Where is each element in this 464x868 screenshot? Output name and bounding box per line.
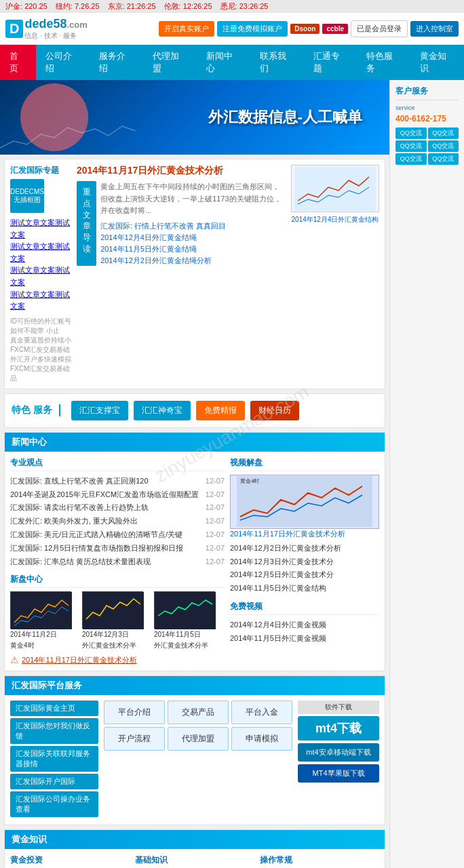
platform-grid-5[interactable]: 申请模拟 (231, 727, 292, 751)
mt4-apple-btn[interactable]: MT4苹果版下载 (298, 764, 379, 783)
nav-gold[interactable]: 黄金知识 (410, 45, 464, 80)
chart-label-0: 2014年11月2日 (10, 630, 78, 639)
nav-company[interactable]: 公司介绍 (36, 45, 90, 80)
featured-link-3[interactable]: 测试文章文案测试文案 (10, 290, 70, 311)
platform-link-4[interactable]: 汇发国际公司操办业务查看 (10, 791, 98, 817)
service-btn-free-report[interactable]: 免费精报 (196, 401, 245, 420)
qq-btn-5[interactable]: QQ交流 (428, 153, 459, 165)
platform-link-1[interactable]: 汇发国际您对我们做反馈 (10, 718, 98, 744)
daily-item-1: 2014年12月4日外汇黄金结绳 (100, 233, 286, 243)
platform-grid: 平台介绍 交易产品 平台入金 开户流程 代理加盟 申请模拟 (104, 701, 292, 751)
service-btn-calendar[interactable]: 财经日历 (250, 401, 299, 420)
platform-inner: 汇发国际黄金主页 汇发国际您对我们做反馈 汇发国际关联联邦服务器接情 汇发国际开… (5, 695, 385, 825)
platform-link-2[interactable]: 汇发国际关联联邦服务器接情 (10, 746, 98, 772)
logo: D dede58.com 信息 · 技术 · 服务 (5, 17, 88, 41)
open-account-button[interactable]: 开启真实账户 (159, 21, 214, 37)
platform-grid-2[interactable]: 平台入金 (231, 701, 292, 724)
qq-btn-1[interactable]: QQ交流 (428, 127, 459, 139)
daily-item-3: 2014年12月2日外汇黄金结绳分析 (100, 256, 286, 266)
chart-title-0: 黄金4时 (10, 641, 78, 650)
free-item-1: 2014年11月5日外汇黄金视频 (230, 632, 379, 646)
nav-home[interactable]: 首页 (0, 45, 36, 80)
qq-btn-4[interactable]: QQ交流 (395, 153, 427, 165)
svg-rect-1 (11, 592, 72, 629)
nav-contact[interactable]: 联系我们 (250, 45, 304, 80)
chart-label-1: 2014年12月3日 (82, 630, 150, 639)
featured-chart (291, 165, 379, 212)
chart-center-section: 新盘中心 2014年11月2日 黄金4时 (10, 574, 225, 665)
nav-services[interactable]: 服务介绍 (90, 45, 143, 80)
brand-dsoon: Dsoon (290, 24, 320, 34)
platform-header: 汇发国际平台服务 (5, 676, 385, 695)
chart-thumb-2 (154, 591, 215, 629)
ticker-bar: 沪金: 220.25 纽约: 7.26.25 东京: 21:26:25 伦敦: … (0, 0, 464, 13)
qq-btn-2[interactable]: QQ交流 (395, 140, 427, 152)
news-item-0: 汇发国际: 直线上行笔不改善 真正回测12012-07 (10, 475, 225, 488)
featured-news-list: 汇发国际: 行情上行笔不改善 真真回目 2014年12月4日外汇黄金结绳 201… (100, 221, 286, 266)
gold-investment-title: 黄金投资 (10, 854, 130, 868)
platform-link-0[interactable]: 汇发国际黄金主页 (10, 701, 98, 716)
featured-desc: 黄金上周五在下午中间段持续的小时图的三角形区间，但收盘上演惊天大逆转，一举上破1… (100, 181, 286, 217)
services-bar: 特色 服务 汇汇支撑宝 汇汇神奇宝 免费精报 财经日历 (4, 393, 385, 428)
header: D dede58.com 信息 · 技术 · 服务 开启真实账户 注册免费模拟账… (0, 13, 464, 45)
platform-section: 汇发国际平台服务 汇发国际黄金主页 汇发国际您对我们做反馈 汇发国际关联联邦服务… (4, 675, 385, 825)
service-btn-exchange-point[interactable]: 汇汇支撑宝 (71, 401, 128, 420)
logo-text: dede58.com (24, 17, 87, 31)
ticker-tokyo: 东京: 21:26:25 (108, 1, 156, 12)
gold-header: 黄金知识 (5, 830, 385, 849)
platform-links: 汇发国际黄金主页 汇发国际您对我们做反馈 汇发国际关联联邦服务器接情 汇发国际开… (10, 701, 98, 819)
platform-link-3[interactable]: 汇发国际开户国际 (10, 774, 98, 789)
qq-btn-3[interactable]: QQ交流 (428, 140, 459, 152)
qq-btn-0[interactable]: QQ交流 (395, 127, 427, 139)
brand-ccble: ccble (322, 24, 348, 34)
chart-item-0: 2014年11月2日 黄金4时 (10, 591, 78, 650)
video-item-4: 2014年11月5日外汇黄金结构 (230, 582, 379, 595)
featured-link-2[interactable]: 测试文章文案测试文案 (10, 266, 70, 286)
alert-text[interactable]: 2014年11月17日外汇黄金技术分析 (22, 655, 137, 665)
service-phone: 400-6162-175 (395, 114, 459, 123)
video-title: 视频解盘 (230, 457, 379, 471)
demo-account-button[interactable]: 注册免费模拟账户 (217, 21, 288, 37)
news-item-2: 汇发国际: 请卖出行笔不改善上行趋势上轨12-07 (10, 501, 225, 515)
chart-thumb-1 (82, 591, 143, 629)
service-title: 客户服务 (395, 85, 459, 100)
news-item-1: 2014年圣诞及2015年元旦FXCM汇发盈市场临近假期配置12-07 (10, 488, 225, 502)
video-item-1: 2014年12月2日外汇黄金技术分析 (230, 542, 379, 555)
platform-grid-0[interactable]: 平台介绍 (104, 701, 165, 724)
mt4-download-btn[interactable]: mt4下载 (298, 716, 379, 741)
account-button[interactable]: 进入控制室 (410, 21, 459, 37)
main-banner: 外汇数据信息-人工喊单 (0, 80, 389, 155)
featured-section-title: 汇发国际专题 (10, 165, 71, 176)
platform-grid-4[interactable]: 代理加盟 (168, 727, 229, 751)
nav-agent[interactable]: 代理加盟 (143, 45, 197, 80)
nav-news[interactable]: 新闻中心 (197, 45, 250, 80)
daily-label: 汇发国际: 行情上行笔不改善 真真回目 (100, 221, 286, 231)
mt4-android-btn[interactable]: mt4安卓移动端下载 (298, 743, 379, 762)
platform-grid-3[interactable]: 开户流程 (104, 727, 165, 751)
featured-article-title: 2014年11月17日外汇黄金技术分析 (77, 165, 286, 177)
news-section-title: 新闻中心 (12, 436, 47, 448)
nav-exchange[interactable]: 汇通专题 (304, 45, 357, 80)
chart-label-2: 2014年11月5日 (154, 630, 222, 639)
featured-guide: 重点文章导读 (77, 181, 96, 266)
featured-brand-icon: DEDECMS无插框图 (10, 179, 44, 213)
nav-special[interactable]: 特色服务 (357, 45, 410, 80)
gold-inner: 黄金投资 新手必看: 买卖黄金投资技巧 炒黄金必须学会入门 黄金投资新手必重视了… (5, 849, 385, 868)
service-btn-exchange-magic[interactable]: 汇汇神奇宝 (134, 401, 191, 420)
chart-center-title: 新盘中心 (10, 574, 225, 588)
chart-title-2: 外汇黄金技术分半 (154, 641, 222, 650)
login-button[interactable]: 已是会员登录 (351, 20, 408, 37)
svg-rect-3 (155, 592, 216, 629)
ticker-london: 伦敦: 12:26:25 (164, 1, 212, 12)
gold-col-investment: 黄金投资 新手必看: 买卖黄金投资技巧 炒黄金必须学会入门 黄金投资新手必重视了… (10, 854, 130, 868)
news-item-6: 汇发国际: 汇率总结 黄历总结技术量图表现12-07 (10, 555, 225, 569)
news-item-5: 汇发国际: 12月5日行情复盘市场指数日报初报和日报12-07 (10, 542, 225, 555)
featured-link-0[interactable]: 测试文章文案测试文案 (10, 218, 70, 239)
platform-grid-1[interactable]: 交易产品 (168, 701, 229, 724)
chart-title-1: 外汇黄金技术分半 (82, 641, 150, 650)
featured-link-1[interactable]: 测试文章文案测试文案 (10, 242, 70, 262)
news-articles-list: 汇发国际: 直线上行笔不改善 真正回测12012-07 2014年圣诞及2015… (10, 475, 225, 569)
video-chart: 黄金4时 (230, 475, 379, 529)
ticker-sydney: 悉尼: 23:26:25 (220, 1, 269, 12)
featured-section: 汇发国际专题 DEDECMS无插框图 测试文章文案测试文案 测试文章文案测试文案… (4, 159, 385, 389)
